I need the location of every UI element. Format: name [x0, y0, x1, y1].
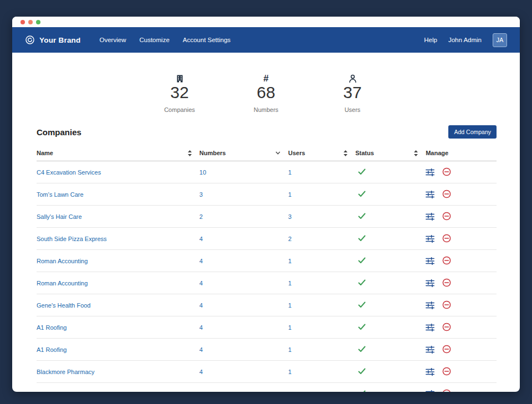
sliders-icon: [426, 213, 434, 221]
company-status-cell: [355, 316, 426, 339]
company-numbers-cell: 3: [200, 183, 288, 206]
configure-company-button[interactable]: [426, 368, 434, 376]
company-name-link[interactable]: Roman Accounting: [37, 280, 88, 287]
brand-home-link[interactable]: Your Brand: [25, 35, 81, 45]
company-users-cell: 1: [288, 383, 355, 392]
company-status-cell: [355, 339, 426, 361]
company-name-link[interactable]: South Side Pizza Express: [37, 236, 107, 242]
column-header-status[interactable]: Status: [355, 145, 426, 161]
company-users-cell: 1: [288, 316, 355, 339]
sliders-icon: [426, 368, 434, 376]
company-users-cell: 1: [288, 272, 355, 294]
column-header-numbers[interactable]: Numbers: [200, 145, 288, 161]
maximize-window-button[interactable]: [36, 20, 40, 24]
company-users-cell: 1: [288, 339, 355, 361]
check-icon: [358, 168, 366, 175]
user-avatar[interactable]: JA: [493, 33, 507, 47]
configure-company-button[interactable]: [426, 213, 434, 221]
navbar-right: Help John Admin JA: [424, 33, 507, 47]
company-numbers-cell: 4: [200, 339, 288, 361]
company-status-cell: [355, 272, 426, 294]
check-icon: [358, 301, 366, 308]
company-manage-cell: [426, 294, 497, 316]
minus-circle-icon: [442, 323, 451, 331]
help-link[interactable]: Help: [424, 37, 437, 43]
company-users-cell: 1: [288, 250, 355, 272]
company-name-link[interactable]: Sally's Hair Care: [37, 213, 82, 220]
remove-company-button[interactable]: [442, 323, 451, 331]
table-row: A1 Roofing 4 1: [37, 316, 497, 339]
remove-company-button[interactable]: [442, 300, 451, 309]
brand-name: Your Brand: [39, 36, 81, 44]
remove-company-button[interactable]: [442, 167, 451, 176]
company-name-link[interactable]: A1 Roofing: [37, 346, 66, 353]
company-name-link[interactable]: Gene's Health Food: [37, 302, 91, 309]
company-name-link[interactable]: Roman Accounting: [37, 258, 88, 264]
company-numbers-cell: 2: [200, 206, 288, 228]
company-numbers-cell: 4: [200, 272, 288, 294]
company-users-cell: 3: [288, 206, 355, 228]
remove-company-button[interactable]: [442, 389, 451, 392]
company-name-link[interactable]: John's Irrigation: [37, 391, 79, 392]
sliders-icon: [426, 168, 434, 176]
nav-item-overview[interactable]: Overview: [100, 37, 126, 43]
remove-company-button[interactable]: [442, 345, 451, 354]
sort-updown-icon[interactable]: [344, 150, 347, 156]
sliders-icon: [426, 191, 434, 198]
minus-circle-icon: [442, 389, 451, 392]
company-numbers-cell: 4: [200, 316, 288, 339]
table-row: Tom's Lawn Care 3 1: [37, 183, 497, 206]
company-manage-cell: [426, 339, 497, 361]
column-header-manage: Manage: [426, 145, 497, 161]
sort-updown-icon[interactable]: [188, 150, 192, 156]
building-icon: [176, 74, 184, 83]
remove-company-button[interactable]: [442, 367, 451, 376]
company-users-cell: 1: [288, 183, 355, 206]
nav-item-account-settings[interactable]: Account Settings: [183, 37, 231, 43]
configure-company-button[interactable]: [426, 191, 434, 198]
configure-company-button[interactable]: [426, 301, 434, 309]
minimize-window-button[interactable]: [28, 20, 33, 24]
check-icon: [358, 390, 366, 392]
remove-company-button[interactable]: [442, 190, 451, 198]
remove-company-button[interactable]: [442, 278, 451, 287]
users-count: 37: [343, 84, 361, 101]
column-header-name[interactable]: Name: [37, 145, 200, 161]
company-manage-cell: [426, 272, 497, 294]
table-row: Roman Accounting 4 1: [37, 272, 497, 294]
sliders-icon: [426, 257, 434, 265]
company-manage-cell: [426, 316, 497, 339]
table-row: Gene's Health Food 4 1: [37, 294, 497, 316]
sort-updown-icon[interactable]: [414, 150, 418, 156]
add-company-button[interactable]: Add Company: [448, 125, 497, 139]
company-name-link[interactable]: Tom's Lawn Care: [37, 191, 84, 198]
close-window-button[interactable]: [21, 20, 25, 24]
company-name-link[interactable]: C4 Excavation Services: [37, 169, 101, 176]
configure-company-button[interactable]: [426, 279, 434, 287]
remove-company-button[interactable]: [442, 234, 451, 243]
hash-icon: #: [263, 74, 268, 83]
sliders-icon: [426, 235, 434, 243]
company-status-cell: [355, 383, 426, 392]
sort-desc-icon[interactable]: [275, 151, 280, 155]
company-name-cell: C4 Excavation Services: [37, 161, 200, 183]
configure-company-button[interactable]: [426, 346, 434, 354]
company-name-link[interactable]: Blackmore Pharmacy: [37, 369, 95, 375]
company-manage-cell: [426, 183, 497, 206]
company-manage-cell: [426, 228, 497, 250]
nav-item-customize[interactable]: Customize: [139, 37, 169, 43]
configure-company-button[interactable]: [426, 324, 434, 331]
minus-circle-icon: [442, 300, 451, 309]
configure-company-button[interactable]: [426, 168, 434, 176]
company-numbers-cell: 4: [200, 294, 288, 316]
company-name-link[interactable]: A1 Roofing: [37, 324, 66, 331]
column-header-users[interactable]: Users: [288, 145, 355, 161]
configure-company-button[interactable]: [426, 235, 434, 243]
remove-company-button[interactable]: [442, 256, 451, 265]
configure-company-button[interactable]: [426, 257, 434, 265]
companies-table: Name Numbers: [37, 145, 497, 392]
user-menu[interactable]: John Admin: [448, 37, 482, 43]
configure-company-button[interactable]: [426, 390, 434, 392]
remove-company-button[interactable]: [442, 212, 451, 221]
company-status-cell: [355, 250, 426, 272]
